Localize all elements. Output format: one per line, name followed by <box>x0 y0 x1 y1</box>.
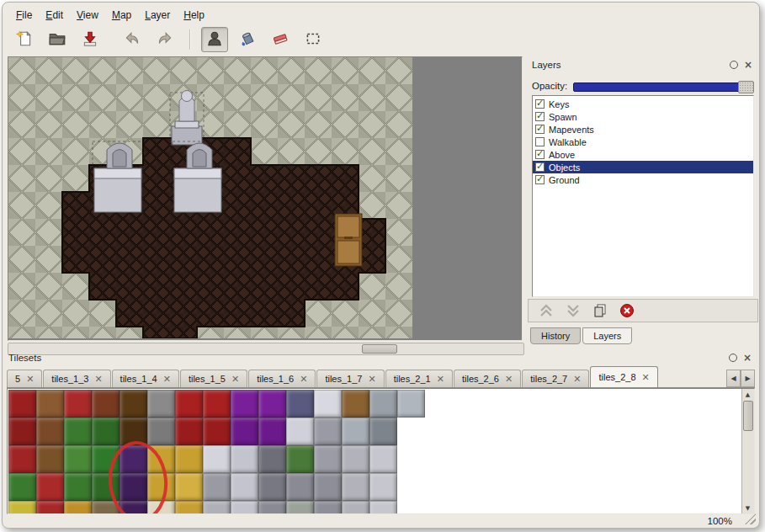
tile-r1-c14[interactable] <box>369 390 397 418</box>
tileset-tab-5[interactable]: 5✕ <box>7 370 42 387</box>
stamp-tool-button[interactable] <box>201 27 228 52</box>
tile-r1-c16[interactable] <box>425 390 453 418</box>
layer-row-ground[interactable]: Ground <box>533 173 753 186</box>
redo-button[interactable] <box>151 27 178 52</box>
tile-r1-c1[interactable] <box>8 390 36 418</box>
tile-r2-c3[interactable] <box>64 418 92 445</box>
tile-r5-c16[interactable] <box>425 501 453 514</box>
layer-visibility-checkbox[interactable] <box>535 137 545 146</box>
move-layer-down-button[interactable] <box>562 301 584 320</box>
tileset-tab-tiles_1_4[interactable]: tiles_1_4✕ <box>112 370 179 387</box>
tile-r4-c7[interactable] <box>175 473 203 501</box>
tile-r1-c13[interactable] <box>342 390 369 418</box>
tab-scroll-right-button[interactable]: ▶ <box>741 370 755 387</box>
undo-button[interactable] <box>119 27 146 52</box>
tile-r1-c9[interactable] <box>231 390 258 418</box>
tile-r1-c5[interactable] <box>120 390 147 418</box>
tile-r5-c9[interactable] <box>231 501 258 514</box>
tile-r5-c10[interactable] <box>258 501 286 514</box>
tab-close-icon[interactable]: ✕ <box>437 374 444 385</box>
tile-r3-c10[interactable] <box>258 445 286 473</box>
menu-file[interactable]: File <box>9 7 39 24</box>
tileset-tab-tiles_2_8[interactable]: tiles_2_8✕ <box>590 366 657 387</box>
tab-close-icon[interactable]: ✕ <box>163 374 171 385</box>
tab-close-icon[interactable]: ✕ <box>505 374 513 385</box>
tile-r2-c4[interactable] <box>92 418 120 445</box>
tile-r3-c3[interactable] <box>64 445 92 473</box>
tile-r3-c8[interactable] <box>203 445 231 473</box>
delete-layer-button[interactable] <box>616 301 638 320</box>
layer-visibility-checkbox[interactable] <box>535 162 545 172</box>
tile-r1-c10[interactable] <box>258 390 286 418</box>
tab-history[interactable]: History <box>530 327 581 344</box>
tileset-vscrollbar[interactable]: ▲ ▼ <box>741 389 754 513</box>
map-canvas[interactable] <box>8 56 523 341</box>
tile-r5-c1[interactable] <box>8 501 36 514</box>
layer-visibility-checkbox[interactable] <box>535 125 545 134</box>
tile-r5-c2[interactable] <box>36 501 64 514</box>
layer-visibility-checkbox[interactable] <box>535 112 545 121</box>
tile-r3-c7[interactable] <box>175 445 203 473</box>
tileset-tab-tiles_2_6[interactable]: tiles_2_6✕ <box>454 370 521 387</box>
tile-r1-c8[interactable] <box>203 390 231 418</box>
tile-r3-c15[interactable] <box>397 445 425 473</box>
new-file-button[interactable] <box>11 27 38 52</box>
layer-visibility-checkbox[interactable] <box>535 175 545 184</box>
tile-r4-c10[interactable] <box>258 473 286 501</box>
tab-scroll-left-button[interactable]: ◀ <box>726 370 741 387</box>
menu-view[interactable]: View <box>70 7 105 24</box>
tileset-tab-tiles_1_3[interactable]: tiles_1_3✕ <box>43 370 110 387</box>
tab-close-icon[interactable]: ✕ <box>26 374 34 385</box>
tile-r1-c11[interactable] <box>286 390 314 418</box>
tab-close-icon[interactable]: ✕ <box>573 374 581 385</box>
tile-r2-c16[interactable] <box>425 418 453 445</box>
tilesets-detach-button[interactable] <box>727 352 739 364</box>
tile-r5-c13[interactable] <box>342 501 369 514</box>
tile-r1-c12[interactable] <box>314 390 342 418</box>
tile-r4-c15[interactable] <box>397 473 425 501</box>
tile-r2-c8[interactable] <box>203 418 231 445</box>
tile-r3-c14[interactable] <box>369 445 397 473</box>
layers-detach-button[interactable] <box>728 59 740 71</box>
tile-r2-c6[interactable] <box>147 418 175 445</box>
duplicate-layer-button[interactable] <box>589 301 611 320</box>
menu-map[interactable]: Map <box>105 7 138 24</box>
opacity-slider-handle[interactable] <box>738 81 754 93</box>
save-button[interactable] <box>77 27 104 52</box>
tile-r2-c11[interactable] <box>286 418 314 445</box>
tileset-tab-tiles_1_6[interactable]: tiles_1_6✕ <box>248 370 316 387</box>
tile-r3-c13[interactable] <box>342 445 369 473</box>
tile-r2-c1[interactable] <box>8 418 36 445</box>
tile-r2-c2[interactable] <box>36 418 64 445</box>
tile-r3-c9[interactable] <box>231 445 258 473</box>
tile-r1-c6[interactable] <box>147 390 175 418</box>
layer-row-keys[interactable]: Keys <box>533 98 753 110</box>
tileset-tab-tiles_2_7[interactable]: tiles_2_7✕ <box>522 370 589 387</box>
tile-r4-c8[interactable] <box>203 473 231 501</box>
select-tool-button[interactable] <box>300 27 327 52</box>
tile-r2-c15[interactable] <box>397 418 425 445</box>
tab-close-icon[interactable]: ✕ <box>300 374 307 385</box>
tileset-tab-tiles_2_1[interactable]: tiles_2_1✕ <box>385 370 453 387</box>
tilesets-close-button[interactable]: × <box>741 352 753 364</box>
tab-close-icon[interactable]: ✕ <box>231 374 239 385</box>
tile-r5-c14[interactable] <box>369 501 397 514</box>
tile-r1-c15[interactable] <box>397 390 425 418</box>
menu-edit[interactable]: Edit <box>39 7 70 24</box>
layers-close-button[interactable]: × <box>742 59 754 71</box>
tile-r1-c7[interactable] <box>175 390 203 418</box>
tile-r5-c12[interactable] <box>314 501 342 514</box>
layer-visibility-checkbox[interactable] <box>535 99 545 109</box>
tab-close-icon[interactable]: ✕ <box>642 372 650 383</box>
tab-layers[interactable]: Layers <box>582 327 632 344</box>
menu-layer[interactable]: Layer <box>138 7 177 24</box>
tile-r4-c3[interactable] <box>64 473 92 501</box>
tile-r2-c14[interactable] <box>369 418 397 445</box>
tileset-tab-tiles_1_5[interactable]: tiles_1_5✕ <box>180 370 247 387</box>
menu-help[interactable]: Help <box>177 7 211 24</box>
eraser-tool-button[interactable] <box>267 27 294 52</box>
scroll-down-arrow[interactable]: ▼ <box>742 503 753 513</box>
tile-r3-c16[interactable] <box>425 445 453 473</box>
tile-r4-c2[interactable] <box>36 473 64 501</box>
tile-r4-c9[interactable] <box>231 473 258 501</box>
